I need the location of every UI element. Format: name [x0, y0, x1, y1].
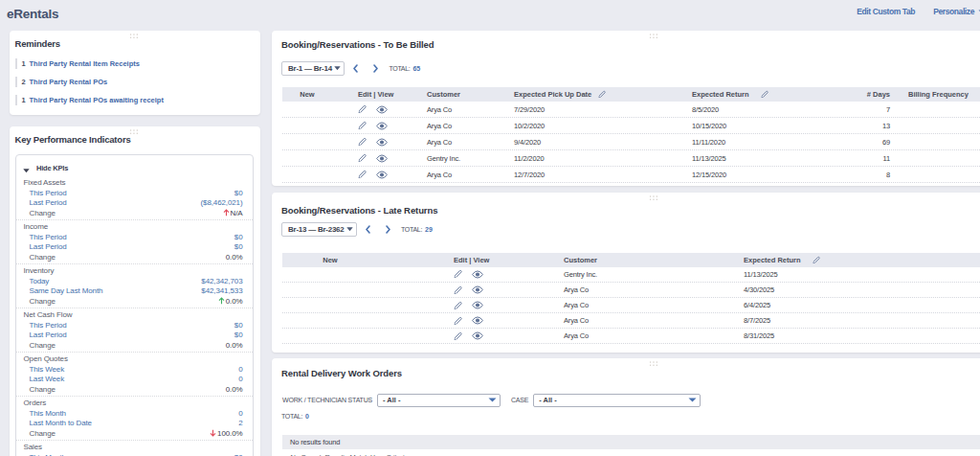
top-link-personalize[interactable]: Personalize	[933, 7, 974, 16]
view-button[interactable]	[472, 270, 483, 279]
kpi-row-label[interactable]: Last Month to Date	[30, 419, 92, 427]
edit-view-cell	[378, 285, 555, 294]
edit-button[interactable]	[454, 301, 462, 309]
edit-button[interactable]	[358, 170, 367, 178]
drag-handle-icon[interactable]	[130, 129, 141, 136]
total-value: 29	[425, 226, 433, 233]
kpi-group-name: Sales	[16, 443, 253, 453]
edit-button[interactable]	[454, 269, 462, 278]
kpi-row-label[interactable]: Last Period	[30, 242, 67, 251]
kpi-row-label[interactable]: This Week	[30, 365, 65, 374]
kpi-row-label[interactable]: Last Period	[30, 331, 67, 339]
column-header-label: Customer	[427, 90, 460, 99]
days-cell: 13	[856, 122, 896, 130]
table-row: Gentry Inc.11/13/2025	[282, 267, 980, 283]
arrow-up-icon	[223, 209, 230, 217]
kpi-row: This Month$0	[16, 452, 253, 456]
kpi-group: Net Cash FlowThis Period$0Last Period$0C…	[16, 308, 253, 352]
edit-pencil-icon	[358, 137, 367, 146]
kpi-row-label[interactable]: Today	[30, 277, 50, 285]
prev-page-button[interactable]	[364, 225, 371, 234]
edit-button[interactable]	[454, 316, 462, 325]
return-date-cell: 11/13/2025	[685, 154, 856, 163]
kpi-group: SalesThis Month$0	[16, 440, 253, 456]
edit-button[interactable]	[358, 153, 367, 162]
table-row: Arya Co8/31/2025	[282, 329, 980, 344]
reminder-link[interactable]: Third Party Rental POs	[30, 78, 108, 86]
edit-button[interactable]	[358, 104, 367, 113]
billed-range-dropdown[interactable]: Br-1 — Br-14	[281, 61, 345, 76]
reminder-link[interactable]: Third Party Rental Item Receipts	[30, 59, 140, 68]
reminder-bar	[15, 58, 17, 69]
top-bar: eRentals Edit Custom TabPersonalize	[0, 0, 980, 29]
arrow-up-icon	[218, 297, 225, 305]
table-row: Arya Co9/4/202011/11/202069	[282, 134, 980, 150]
drag-handle-icon[interactable]	[649, 195, 659, 202]
drag-handle-icon[interactable]	[649, 34, 659, 40]
kpi-row-label[interactable]: Last Week	[30, 375, 65, 383]
caret-down-icon	[334, 66, 341, 71]
reminder-link[interactable]: Third Party Rental POs awaiting receipt	[30, 96, 164, 104]
pickup-date-cell: 11/2/2020	[507, 154, 685, 163]
top-link-edit-custom-tab[interactable]: Edit Custom Tab	[857, 7, 915, 16]
kpi-row-label[interactable]: This Period	[30, 233, 67, 241]
late-range-dropdown[interactable]: Br-13 — Br-2362	[281, 222, 357, 237]
return-date-cell: 4/30/2025	[734, 285, 980, 294]
column-header: Expected Return	[685, 90, 856, 99]
reminder-item[interactable]: 1Third Party Rental POs awaiting receipt	[15, 91, 256, 109]
prev-page-button[interactable]	[351, 64, 359, 73]
customer-cell: Arya Co	[555, 301, 734, 309]
filter-label: WORK / TECHNICIAN STATUS	[282, 397, 372, 403]
kpi-row: This Period$0	[16, 232, 253, 242]
view-button[interactable]	[472, 301, 483, 309]
edit-button[interactable]	[358, 137, 367, 146]
drag-handle-icon[interactable]	[649, 361, 659, 368]
view-button[interactable]	[472, 285, 483, 294]
kpi-change-row: Change100.0%	[16, 428, 253, 439]
days-cell: 7	[856, 105, 896, 114]
kpi-group-name: Fixed Assets	[16, 178, 253, 189]
edit-button[interactable]	[358, 121, 367, 129]
chevron-right-icon	[385, 225, 391, 234]
view-button[interactable]	[472, 331, 483, 340]
kpi-row-label[interactable]: Last Period	[30, 198, 67, 207]
next-page-button[interactable]	[384, 225, 391, 234]
kpi-change-row: Change0.0%	[16, 296, 253, 307]
edit-button[interactable]	[454, 285, 462, 294]
kpi-change-value: 0.0%	[226, 341, 253, 350]
reminder-item[interactable]: 2Third Party Rental POs	[15, 73, 256, 91]
filter-select[interactable]: - All -	[377, 394, 501, 407]
edit-view-cell	[378, 269, 555, 278]
edit-button[interactable]	[454, 331, 462, 340]
kpi-row-value: $0	[234, 233, 253, 241]
column-header-label: Expected Pick Up Date	[514, 90, 591, 99]
total-label: TOTAL:	[281, 413, 302, 420]
customer-cell: Arya Co	[420, 105, 507, 114]
kpi-change-row: Change0.0%	[16, 340, 253, 351]
view-button[interactable]	[376, 154, 388, 163]
kpi-row-label[interactable]: This Period	[30, 321, 67, 330]
next-page-button[interactable]	[371, 64, 379, 73]
kpi-row-label[interactable]: Same Day Last Month	[30, 286, 103, 295]
edit-view-cell	[332, 153, 420, 162]
drag-handle-icon[interactable]	[130, 34, 141, 40]
kpi-row-value: 2	[238, 419, 253, 427]
view-button[interactable]	[376, 122, 388, 130]
kpi-portlet: Key Performance Indicators Hide KPIs Fix…	[10, 126, 260, 456]
view-button[interactable]	[376, 171, 388, 179]
late-returns-table: NewEdit | ViewCustomerExpected ReturnGen…	[282, 253, 980, 345]
column-header-label: Edit | View	[454, 256, 489, 264]
reminder-item[interactable]: 1Third Party Rental Item Receipts	[15, 55, 256, 73]
kpi-row-label[interactable]: This Month	[30, 409, 66, 418]
view-eye-icon	[376, 122, 388, 130]
customer-cell: Arya Co	[420, 138, 507, 147]
hide-kpis-toggle[interactable]: Hide KPIs	[16, 161, 253, 174]
billed-total: TOTAL:65	[389, 65, 420, 72]
filter-select[interactable]: - All -	[533, 394, 701, 407]
view-button[interactable]	[376, 138, 388, 147]
kpi-row-label[interactable]: This Period	[30, 189, 67, 197]
customer-cell: Gentry Inc.	[420, 154, 507, 163]
view-button[interactable]	[376, 105, 388, 114]
total-value: 65	[412, 65, 420, 72]
view-button[interactable]	[472, 316, 483, 325]
